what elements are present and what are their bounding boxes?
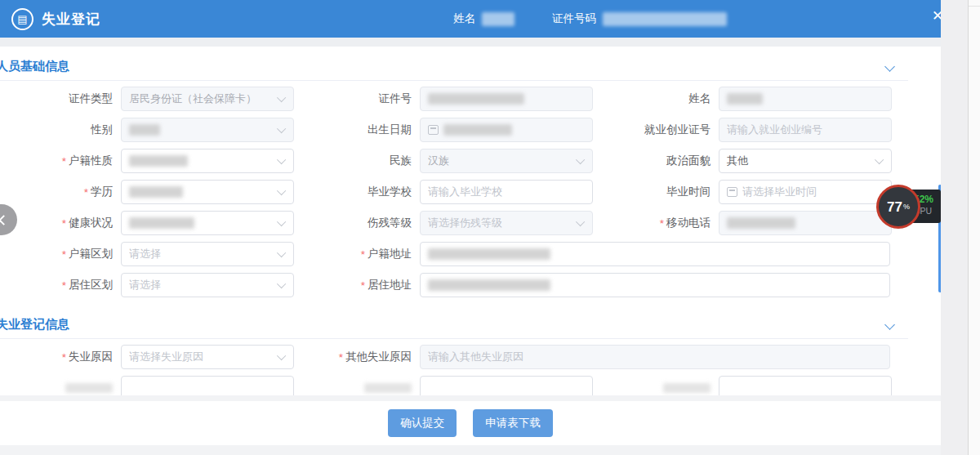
field-label-text: 毕业学校 xyxy=(368,185,412,199)
date-control[interactable] xyxy=(420,118,593,142)
field-label: *户籍区划 xyxy=(7,247,121,261)
select-control[interactable] xyxy=(121,180,294,204)
select-control[interactable] xyxy=(121,149,294,173)
chevron-down-icon xyxy=(576,155,585,164)
field-label: *居住地址 xyxy=(305,278,420,292)
blurred-label xyxy=(65,383,113,393)
redacted-name-value xyxy=(482,12,514,26)
form-field: 出生日期 xyxy=(305,118,604,142)
select-control[interactable]: 汉族 xyxy=(420,149,593,173)
field-label: 证件号 xyxy=(305,91,420,106)
confirm-submit-button[interactable]: 确认提交 xyxy=(388,409,457,437)
field-label: 毕业学校 xyxy=(305,185,420,199)
chevron-down-icon xyxy=(277,351,286,360)
field-label-text: 姓名 xyxy=(688,91,710,106)
field-label-text: 证件类型 xyxy=(69,91,113,106)
field-label: 伤残等级 xyxy=(305,216,420,230)
document-badge-icon: ▤ xyxy=(11,8,33,30)
chevron-down-icon xyxy=(277,217,286,226)
right-gutter xyxy=(941,0,968,455)
form-field: 伤残等级请选择伤残等级 xyxy=(305,211,604,235)
form-field: *居住地址 xyxy=(305,273,900,297)
chevron-down-icon[interactable] xyxy=(884,319,895,330)
input-control[interactable] xyxy=(121,376,294,395)
field-label-text: 移动电话 xyxy=(666,216,710,230)
memory-percent-badge[interactable]: 77 % xyxy=(876,185,920,229)
field-label: 姓名 xyxy=(604,91,719,106)
form-field: 证件类型居民身份证（社会保障卡） xyxy=(7,87,305,111)
input-control[interactable] xyxy=(420,242,890,266)
select-control[interactable]: 其他 xyxy=(719,149,892,173)
chevron-down-icon[interactable] xyxy=(884,61,895,72)
form-field: 毕业学校请输入毕业学校 xyxy=(305,180,604,204)
select-control[interactable]: 请选择伤残等级 xyxy=(420,211,593,235)
page-title: 失业登记 xyxy=(42,10,100,29)
select-control[interactable]: 居民身份证（社会保障卡） xyxy=(121,87,294,111)
id-number-label: 证件号码 xyxy=(552,11,596,26)
header-divider-strip xyxy=(0,38,941,47)
input-control[interactable]: 请输入就业创业编号 xyxy=(719,118,892,142)
calendar-icon xyxy=(727,187,737,197)
input-control[interactable]: 请输入毕业学校 xyxy=(420,180,593,204)
field-label-text: 出生日期 xyxy=(368,123,412,137)
field-placeholder: 请选择伤残等级 xyxy=(428,216,502,230)
section-header: 人员基础信息 xyxy=(0,47,908,81)
field-label: *健康状况 xyxy=(7,216,121,230)
form-scroll-area: 人员基础信息证件类型居民身份证（社会保障卡）证件号姓名性别出生日期就业创业证号请… xyxy=(0,47,941,395)
field-label-text: 户籍性质 xyxy=(69,154,113,168)
field-placeholder: 请输入其他失业原因 xyxy=(428,350,523,364)
field-label xyxy=(305,383,420,393)
input-control[interactable] xyxy=(719,87,892,111)
field-placeholder: 请选择失业原因 xyxy=(129,350,203,364)
field-label-text: 民族 xyxy=(390,154,412,168)
date-control[interactable]: 请选择毕业时间 xyxy=(719,180,892,204)
form-field: *移动电话 xyxy=(604,211,903,235)
field-label xyxy=(7,383,121,393)
input-control[interactable] xyxy=(420,273,890,297)
field-label: *户籍地址 xyxy=(305,247,420,261)
form-field: 证件号 xyxy=(305,87,604,111)
blurred-label xyxy=(364,383,412,393)
field-label: 政治面貌 xyxy=(604,154,719,168)
form-row: *失业原因请选择失业原因*其他失业原因请输入其他失业原因 xyxy=(7,345,941,369)
select-control[interactable]: 请选择失业原因 xyxy=(121,345,294,369)
form-field xyxy=(305,376,604,395)
input-control[interactable]: 请输入其他失业原因 xyxy=(420,345,890,369)
select-control[interactable]: 请选择 xyxy=(121,242,294,266)
field-label: 就业创业证号 xyxy=(604,123,719,137)
unemployment-registration-page: ▤ 失业登记 姓名 证件号码 ✕ 人员基础信息证件类型居民身份证（社会保障卡）证… xyxy=(0,0,980,455)
chevron-left-icon xyxy=(0,215,9,225)
required-asterisk: * xyxy=(361,279,365,292)
required-asterisk: * xyxy=(84,186,88,199)
input-control[interactable] xyxy=(719,376,892,395)
field-label: 出生日期 xyxy=(305,123,420,137)
select-control[interactable] xyxy=(121,118,294,142)
field-label: *居住区划 xyxy=(7,278,121,292)
form-section: 人员基础信息证件类型居民身份证（社会保障卡）证件号姓名性别出生日期就业创业证号请… xyxy=(0,47,941,297)
calendar-icon xyxy=(428,125,439,135)
field-label-text: 居住区划 xyxy=(69,278,113,292)
background-window-line xyxy=(969,6,980,7)
close-icon[interactable]: ✕ xyxy=(932,9,941,23)
form-field: *户籍区划请选择 xyxy=(7,242,305,266)
bottom-strip xyxy=(0,445,941,455)
select-control[interactable] xyxy=(121,211,294,235)
input-control[interactable] xyxy=(420,376,593,395)
select-control[interactable]: 请选择 xyxy=(121,273,294,297)
percent-value: 77 xyxy=(887,200,902,214)
field-label: *户籍性质 xyxy=(7,154,121,168)
required-asterisk: * xyxy=(62,351,66,364)
field-label-text: 失业原因 xyxy=(69,350,113,364)
blurred-value xyxy=(428,248,550,260)
section-header: 失业登记信息 xyxy=(0,304,908,339)
blurred-value xyxy=(727,93,763,105)
field-label-text: 学历 xyxy=(91,185,113,199)
input-control[interactable] xyxy=(719,211,892,235)
field-label-text: 其他失业原因 xyxy=(345,350,412,364)
field-label-text: 户籍地址 xyxy=(368,247,412,261)
required-asterisk: * xyxy=(361,248,365,261)
application-form-download-button[interactable]: 申请表下载 xyxy=(473,409,553,437)
form-field: 政治面貌其他 xyxy=(604,149,903,173)
input-control[interactable] xyxy=(420,87,593,111)
form-rows: 证件类型居民身份证（社会保障卡）证件号姓名性别出生日期就业创业证号请输入就业创业… xyxy=(0,81,941,297)
